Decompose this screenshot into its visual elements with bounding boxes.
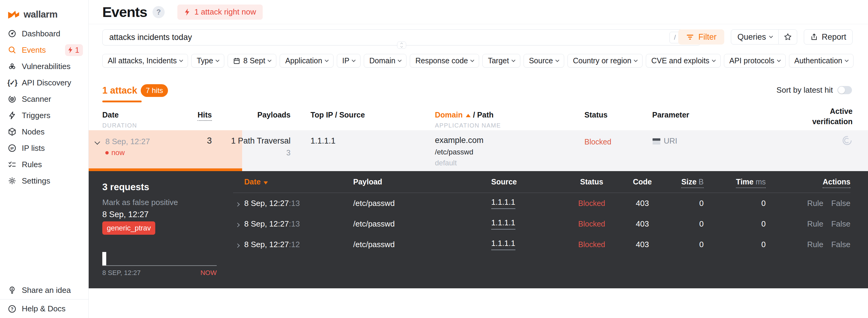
queries-button[interactable]: Queries: [731, 29, 779, 45]
col-top-ip: Top IP / Source: [311, 111, 365, 119]
filter-chip-country[interactable]: Country or region: [567, 54, 643, 67]
chip-label: Domain: [369, 56, 395, 65]
attack-path: /etc/passwd: [435, 148, 473, 156]
calendar-icon: [233, 57, 240, 64]
chevron-down-icon: [712, 58, 716, 62]
col-domain[interactable]: Domain/ Path: [435, 111, 494, 119]
sidebar-item-dashboard[interactable]: Dashboard: [0, 25, 88, 42]
search-expander[interactable]: [397, 41, 406, 49]
rule-action[interactable]: Rule: [807, 219, 823, 228]
filter-chip-api-protocols[interactable]: API protocols: [724, 54, 786, 67]
export-icon: [810, 33, 818, 41]
request-row[interactable]: 8 Sep, 12:27:13 /etc/passwd 1.1.1.1 Bloc…: [233, 193, 850, 213]
chevron-right-icon[interactable]: [236, 243, 240, 248]
filter-chip-response-code[interactable]: Response code: [410, 54, 479, 67]
sidebar-item-label: Share an idea: [22, 286, 71, 295]
sidebar-item-label: Help & Docs: [22, 304, 66, 314]
favorite-button[interactable]: [779, 29, 797, 45]
chevron-down-icon: [398, 58, 402, 62]
chevron-down-icon: [352, 58, 355, 62]
request-status: Blocked: [578, 240, 605, 249]
chevron-down-icon: [777, 58, 781, 62]
sidebar-item-ip-lists[interactable]: IP IP lists: [0, 140, 88, 156]
filter-button[interactable]: Filter: [678, 29, 724, 45]
rule-action[interactable]: Rule: [807, 199, 823, 208]
filter-chip-cve[interactable]: CVE and exploits: [646, 54, 721, 67]
bolt-icon: [7, 111, 17, 120]
col-duration-sub: DURATION: [102, 122, 137, 129]
ip-icon: IP: [7, 143, 17, 153]
sidebar-item-scanner[interactable]: Scanner: [0, 91, 88, 107]
row-active-bar: [89, 168, 242, 171]
sidebar-item-nodes[interactable]: Nodes: [0, 123, 88, 140]
request-row[interactable]: 8 Sep, 12:27:12 /etc/passwd 1.1.1.1 Bloc…: [233, 234, 850, 255]
chevron-down-icon: [512, 58, 516, 62]
sidebar-item-api-discovery[interactable]: {✓} API Discovery: [0, 75, 88, 91]
mark-false-positive-link[interactable]: Mark as false positive: [102, 198, 178, 207]
col-date[interactable]: Date: [102, 111, 119, 119]
req-col-time[interactable]: Time ms: [704, 177, 766, 186]
filter-chip-ip[interactable]: IP: [337, 54, 361, 67]
filter-chip-domain[interactable]: Domain: [364, 54, 406, 67]
brand-logo[interactable]: wallarm: [0, 0, 88, 20]
brand-name: wallarm: [24, 9, 58, 20]
report-label: Report: [822, 32, 846, 42]
sidebar-item-triggers[interactable]: Triggers: [0, 107, 88, 123]
rule-action[interactable]: Rule: [807, 240, 823, 249]
live-dot-icon: [105, 151, 108, 154]
chevron-right-icon[interactable]: [236, 202, 240, 206]
search-input[interactable]: [102, 30, 656, 45]
active-verification-icon[interactable]: [842, 135, 852, 146]
attacks-tab[interactable]: 1 attack 7 hits: [102, 84, 168, 97]
attack-alert-badge[interactable]: 1 attack right now: [177, 4, 263, 20]
main-content: Events ? 1 attack right now /: [89, 0, 868, 318]
filter-chip-date[interactable]: 8 Sept: [227, 54, 276, 67]
chevron-down-icon: [325, 58, 329, 62]
sidebar-item-rules[interactable]: Rules: [0, 156, 88, 173]
req-col-source: Source: [475, 177, 566, 186]
attack-row[interactable]: 8 Sep, 12:27 now 3 1 Path Traversal 3 1.…: [89, 130, 868, 171]
req-col-payload: Payload: [348, 177, 475, 186]
sidebar-item-settings[interactable]: Settings: [0, 173, 88, 189]
help-icon[interactable]: ?: [153, 6, 165, 18]
request-row[interactable]: 8 Sep, 12:27:13 /etc/passwd 1.1.1.1 Bloc…: [233, 213, 850, 234]
filter-chip-type[interactable]: Type: [191, 54, 224, 67]
sidebar-item-share-idea[interactable]: Share an idea: [0, 281, 88, 299]
request-source[interactable]: 1.1.1.1: [491, 239, 516, 250]
attack-payload: 1 Path Traversal: [216, 136, 290, 146]
sort-toggle[interactable]: [837, 86, 852, 94]
sidebar-item-help-docs[interactable]: ? Help & Docs: [0, 299, 88, 318]
filter-chip-source[interactable]: Source: [524, 54, 564, 67]
false-action[interactable]: False: [831, 219, 850, 228]
false-action[interactable]: False: [831, 240, 850, 249]
req-col-size[interactable]: Size B: [668, 177, 704, 186]
col-hits[interactable]: Hits: [174, 111, 212, 119]
filter-chip-target[interactable]: Target: [483, 54, 520, 67]
chip-label: Type: [197, 56, 213, 65]
attack-count: 1 attack: [102, 85, 137, 96]
chip-label: Authentication: [795, 56, 842, 65]
checklist-icon: [7, 160, 17, 169]
false-action[interactable]: False: [831, 199, 850, 208]
sidebar-item-vulnerabilities[interactable]: Vulnerabilities: [0, 58, 88, 75]
attack-type-tag[interactable]: generic_ptrav: [102, 222, 155, 235]
request-status: Blocked: [578, 199, 605, 207]
filter-chip-attacks-incidents[interactable]: All attacks, Incidents: [102, 54, 188, 67]
report-button[interactable]: Report: [804, 29, 852, 45]
request-time: 0: [704, 240, 766, 249]
chevron-right-icon[interactable]: [236, 223, 240, 227]
filter-chip-authentication[interactable]: Authentication: [789, 54, 854, 67]
request-source[interactable]: 1.1.1.1: [491, 218, 516, 230]
req-col-date[interactable]: Date: [233, 177, 348, 186]
events-attack-count: 1: [75, 46, 79, 55]
filter-chip-application[interactable]: Application: [280, 54, 333, 67]
sidebar-item-events[interactable]: Events 1: [0, 42, 88, 58]
request-status: Blocked: [578, 220, 605, 228]
star-icon: [783, 33, 792, 41]
sort-desc-icon: [264, 181, 268, 184]
request-code: 403: [617, 199, 668, 208]
request-source[interactable]: 1.1.1.1: [491, 198, 516, 209]
chip-label: Response code: [415, 56, 468, 65]
req-col-actions[interactable]: Actions: [766, 177, 850, 186]
toolbar: Filter Queries Report: [678, 29, 852, 45]
